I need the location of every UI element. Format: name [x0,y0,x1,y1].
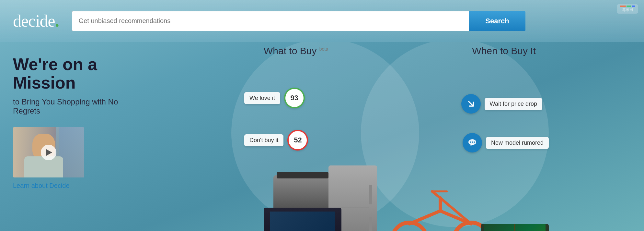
search-input[interactable] [72,11,469,31]
main-content: We're on a Mission to Bring You Shopping… [0,42,644,231]
love-score: 93 [284,88,305,108]
svg-point-3 [472,141,473,143]
svg-point-4 [474,141,475,143]
search-container: Search [72,11,525,31]
left-panel: We're on a Mission to Bring You Shopping… [0,42,136,231]
header: decide. Search [0,0,644,42]
logo-text: decide. [13,11,59,30]
watermark-stripe-2 [627,6,631,7]
grill-top [273,175,332,208]
product-monitor [481,214,549,231]
monitor-body [481,224,549,231]
play-icon [46,149,52,156]
search-button[interactable]: Search [469,11,525,31]
new-model-badge-container: New model rumored [463,133,549,152]
what-to-buy-header: What to Buy beta [264,45,328,56]
laptop-display [270,212,335,231]
new-model-label: New model rumored [486,137,549,149]
speech-bubble-svg [467,138,477,148]
learn-about-decide-link[interactable]: Learn about Decide [13,182,70,189]
dont-badge-container: Don't buy it 52 [244,130,308,151]
video-thumbnail[interactable] [13,127,84,177]
speech-bubble-icon [463,133,482,152]
love-badge-container: We love it 93 [244,88,305,108]
watermark-lines [620,6,635,7]
bike-frame-svg [390,185,490,231]
arrow-down-right-svg [466,99,476,109]
watermark-badge: 尊米网 [617,4,638,14]
body [24,156,63,177]
logo-dot: . [55,12,59,30]
price-drop-icon [461,94,481,114]
play-button[interactable] [41,145,56,160]
wait-label: Wait for price drop [485,98,542,110]
watermark-stripe-3 [632,6,635,7]
wait-badge-container: Wait for price drop [461,94,542,114]
svg-line-5 [409,211,440,224]
mission-title: We're on a Mission [13,55,123,92]
monitor-screen [484,224,546,231]
mission-subtitle: to Bring You Shopping with No Regrets [13,97,123,116]
grill-lid [277,172,328,178]
dont-score: 52 [287,130,308,151]
watermark: 尊米网 [615,2,641,18]
product-laptop [260,208,345,231]
svg-line-8 [440,198,471,224]
logo-word: decide [13,12,55,30]
venn-diagram: What to Buy beta When to Buy It We love … [212,42,568,231]
dont-label: Don't buy it [244,134,283,146]
logo: decide. [13,11,59,30]
when-to-buy-header: When to Buy It [472,45,536,56]
svg-line-6 [440,211,471,224]
what-to-buy-label: What to Buy [264,45,316,56]
product-bicycle [390,185,490,231]
palm-trunk [514,224,515,231]
laptop-screen [264,208,341,231]
watermark-text: 尊米网 [622,7,633,12]
love-label: We love it [244,92,280,104]
fridge-handle-top [369,185,372,204]
beta-badge: beta [319,46,328,52]
right-panel: What to Buy beta When to Buy It We love … [136,42,644,231]
watermark-stripe-1 [620,6,626,7]
fridge-handle-bottom [369,217,372,231]
svg-point-2 [470,141,471,143]
